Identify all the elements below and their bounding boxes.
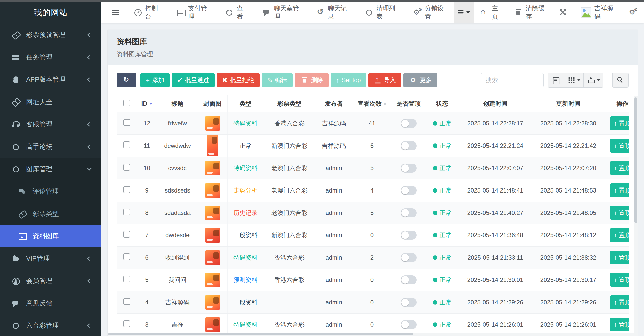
col-彩票类型[interactable]: 彩票类型 xyxy=(264,95,315,112)
pin-toggle-off[interactable] xyxy=(401,141,417,150)
pin-button[interactable]: ↑置顶 xyxy=(610,228,629,242)
search-button[interactable] xyxy=(612,73,629,88)
col-是否置顶[interactable]: 是否置顶 xyxy=(392,95,426,112)
col-标题[interactable]: 标题 xyxy=(157,95,198,112)
nav-clear-cache[interactable]: 清除缓存 xyxy=(508,2,552,23)
col-操作[interactable]: 操作 xyxy=(605,95,629,112)
sidebar-subitem-彩票类型[interactable]: 彩票类型 xyxy=(0,203,101,225)
publisher-link[interactable]: admin xyxy=(326,254,342,261)
sidebar-item-意见反馈[interactable]: 意见反馈 xyxy=(0,292,101,314)
vertical-scrollbar[interactable] xyxy=(634,96,638,336)
row-checkbox[interactable] xyxy=(123,231,130,238)
fullscreen-button[interactable] xyxy=(552,2,574,23)
row-checkbox[interactable] xyxy=(123,164,130,171)
search-input[interactable] xyxy=(481,73,544,87)
button-label: 更多 xyxy=(420,76,432,84)
pin-toggle-off[interactable] xyxy=(401,298,417,307)
pin-button[interactable]: ↑置顶 xyxy=(610,273,629,287)
export-dropdown-button[interactable] xyxy=(584,73,603,87)
publisher-link[interactable]: admin xyxy=(326,232,342,238)
row-checkbox[interactable] xyxy=(123,320,130,327)
col-发布者[interactable]: 发布者 xyxy=(315,95,353,112)
pin-toggle-off[interactable] xyxy=(401,275,417,284)
pin-button[interactable]: ↑置顶 xyxy=(610,139,629,153)
row-checkbox[interactable] xyxy=(123,276,130,282)
sidebar-toggle-icon[interactable] xyxy=(112,9,119,15)
sidebar-subitem-评论管理[interactable]: 评论管理 xyxy=(0,180,101,203)
columns-dropdown-button[interactable] xyxy=(564,73,584,87)
col-查看次数[interactable]: 查看次数 xyxy=(353,95,392,112)
pin-button[interactable]: ↑置顶 xyxy=(610,161,629,175)
horizontal-scrollbar-thumb[interactable] xyxy=(108,333,413,335)
col-创建时间[interactable]: 创建时间 xyxy=(459,95,532,112)
set-top-button[interactable]: ↑Set top xyxy=(331,73,366,87)
pin-toggle-off[interactable] xyxy=(401,208,417,217)
col-更新时间[interactable]: 更新时间 xyxy=(532,95,605,112)
nav-item-控制台[interactable]: 控制台 xyxy=(126,2,169,23)
pin-toggle-off[interactable] xyxy=(401,231,417,240)
publisher-link[interactable]: admin xyxy=(326,276,342,283)
publisher-link[interactable]: admin xyxy=(326,209,342,216)
pin-button[interactable]: ↑置顶 xyxy=(610,295,629,309)
sidebar-item-客服管理[interactable]: 客服管理 xyxy=(0,113,101,135)
nav-item-清理列表[interactable]: 清理列表 xyxy=(357,2,405,23)
col-类型[interactable]: 类型 xyxy=(227,95,264,112)
row-checkbox[interactable] xyxy=(123,186,130,193)
import-button[interactable]: 导入 xyxy=(368,73,401,87)
sidebar-subitem-资料图库[interactable]: 资料图库 xyxy=(0,225,101,247)
row-checkbox[interactable] xyxy=(123,141,130,148)
pin-toggle-off[interactable] xyxy=(401,186,417,195)
publisher-link[interactable]: admin xyxy=(326,321,342,328)
col-ID[interactable]: ID xyxy=(137,95,157,112)
publisher-link[interactable]: admin xyxy=(326,187,342,194)
nav-item-分销设置[interactable]: 分销设置 xyxy=(405,2,454,23)
user-menu[interactable]: 吉祥源码 xyxy=(574,2,622,23)
batch-approve-button[interactable]: ✔批量通过 xyxy=(172,73,215,87)
vertical-scrollbar-thumb[interactable] xyxy=(634,97,637,223)
pin-toggle-off[interactable] xyxy=(401,320,417,329)
pin-toggle-off[interactable] xyxy=(401,164,417,173)
add-button[interactable]: +添加 xyxy=(140,73,170,87)
sidebar-item-APP版本管理[interactable]: APP版本管理 xyxy=(0,68,101,91)
horizontal-scrollbar[interactable] xyxy=(108,333,634,336)
publisher-link[interactable]: admin xyxy=(326,165,342,171)
sidebar-item-VIP管理[interactable]: VIP管理 xyxy=(0,247,101,270)
pin-button[interactable]: ↑置顶 xyxy=(610,251,629,264)
row-checkbox[interactable] xyxy=(123,209,130,215)
pin-button[interactable]: ↑置顶 xyxy=(610,183,629,197)
nav-menu-dropdown[interactable] xyxy=(454,2,474,23)
refresh-button[interactable] xyxy=(117,73,136,87)
edit-button[interactable]: ✎编辑 xyxy=(262,73,293,87)
pin-toggle-off[interactable] xyxy=(401,119,417,128)
toggle-list-view-button[interactable] xyxy=(548,73,564,87)
more-button[interactable]: 更多 xyxy=(403,73,437,87)
sidebar-item-高手论坛[interactable]: 高手论坛 xyxy=(0,135,101,158)
row-checkbox[interactable] xyxy=(123,298,130,305)
nav-item-聊天室管理[interactable]: 聊天室管理 xyxy=(254,2,309,23)
sidebar-item-图库管理[interactable]: 图库管理 xyxy=(0,158,101,180)
publisher-link[interactable]: 吉祥源码 xyxy=(322,120,346,127)
select-all-checkbox[interactable] xyxy=(123,100,130,106)
pin-toggle-off[interactable] xyxy=(401,253,417,262)
pin-button[interactable]: ↑置顶 xyxy=(610,206,629,220)
col-状态[interactable]: 状态 xyxy=(426,95,459,112)
nav-item-支付管理[interactable]: 支付管理 xyxy=(169,2,217,23)
sidebar-item-网址大全[interactable]: 网址大全 xyxy=(0,91,101,113)
row-checkbox[interactable] xyxy=(123,119,130,126)
sidebar-item-会员管理[interactable]: 会员管理 xyxy=(0,270,101,292)
publisher-link[interactable]: admin xyxy=(326,299,342,306)
sidebar-item-彩票预设管理[interactable]: 彩票预设管理 xyxy=(0,24,101,46)
pin-button[interactable]: ↑置顶 xyxy=(610,318,629,331)
batch-reject-button[interactable]: ✖批量拒绝 xyxy=(217,73,260,87)
col-封面图[interactable]: 封面图 xyxy=(198,95,227,112)
nav-settings[interactable] xyxy=(622,2,644,23)
nav-home[interactable]: 主页 xyxy=(474,2,508,23)
nav-item-聊天记录[interactable]: 聊天记录 xyxy=(308,2,357,23)
delete-button[interactable]: 删除 xyxy=(295,73,329,87)
publisher-link[interactable]: 吉祥源码 xyxy=(322,142,346,149)
nav-item-查看[interactable]: 查看 xyxy=(217,2,254,23)
pin-button[interactable]: ↑置顶 xyxy=(610,116,629,130)
sidebar-item-任务管理[interactable]: 任务管理 xyxy=(0,46,101,68)
sidebar-item-六合彩管理[interactable]: 六合彩管理 xyxy=(0,314,101,336)
row-checkbox[interactable] xyxy=(123,253,130,260)
